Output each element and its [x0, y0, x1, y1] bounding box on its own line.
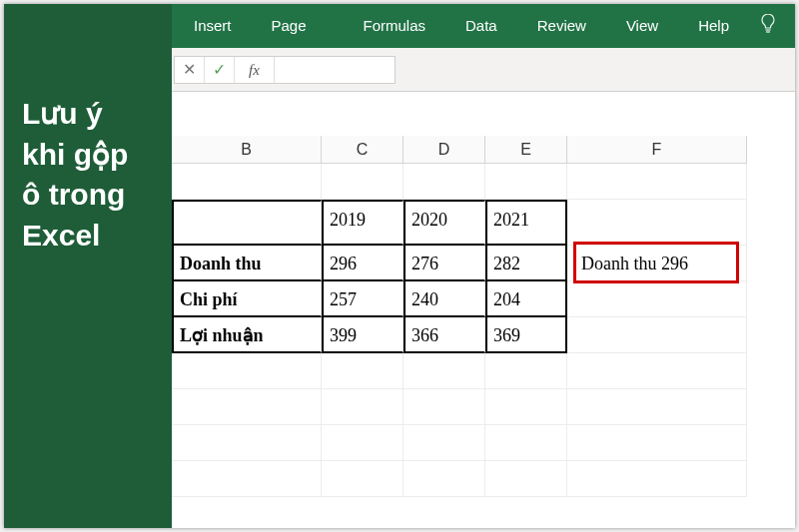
cell[interactable]: [485, 389, 567, 425]
side-overlay-text: Lưu ý khi gộp ô trong Excel: [22, 94, 154, 256]
cell[interactable]: [172, 425, 322, 461]
cell-year[interactable]: 2019: [322, 200, 403, 246]
col-header-d[interactable]: D: [403, 136, 485, 164]
cell[interactable]: [172, 461, 322, 497]
cell[interactable]: [567, 353, 747, 389]
cell-row-label[interactable]: Doanh thu: [172, 246, 322, 281]
cell[interactable]: [172, 164, 322, 200]
tab-formulas[interactable]: Formulas: [344, 4, 446, 48]
tab-view[interactable]: View: [606, 4, 678, 48]
cell-row-label[interactable]: Lợi nhuận: [172, 317, 322, 353]
cell[interactable]: [172, 353, 322, 389]
cell-row-label[interactable]: Chi phí: [172, 281, 322, 317]
fx-icon[interactable]: fx: [235, 57, 275, 83]
cell[interactable]: [403, 425, 485, 461]
side-overlay: Lưu ý khi gộp ô trong Excel: [4, 4, 172, 528]
cell[interactable]: [567, 200, 747, 246]
cell-value[interactable]: 204: [485, 281, 567, 317]
tell-me-icon[interactable]: [759, 13, 777, 40]
cell[interactable]: [403, 389, 485, 425]
cell[interactable]: [485, 164, 567, 200]
cell-value[interactable]: 296: [322, 246, 403, 281]
cell[interactable]: [322, 461, 403, 497]
cell-value[interactable]: 369: [485, 317, 567, 353]
cell[interactable]: [403, 461, 485, 497]
cell[interactable]: [485, 461, 567, 497]
cell[interactable]: [322, 425, 403, 461]
cell[interactable]: [485, 425, 567, 461]
formula-input[interactable]: [275, 57, 395, 83]
cell-value[interactable]: 276: [403, 246, 485, 281]
tab-help[interactable]: Help: [678, 4, 749, 48]
cell-label-blank[interactable]: [172, 200, 322, 246]
cell[interactable]: [567, 281, 747, 317]
cell[interactable]: [322, 164, 403, 200]
tab-page-layout[interactable]: Page Layout: [252, 4, 344, 48]
tab-review[interactable]: Review: [517, 4, 606, 48]
col-header-e[interactable]: E: [485, 136, 567, 164]
cell[interactable]: [172, 389, 322, 425]
cell-value[interactable]: 282: [485, 246, 567, 281]
col-header-c[interactable]: C: [322, 136, 403, 164]
cell-value[interactable]: 399: [322, 317, 403, 353]
enter-button[interactable]: ✓: [205, 57, 235, 83]
cell-merged-result[interactable]: Doanh thu 296: [567, 246, 747, 281]
cell[interactable]: [322, 353, 403, 389]
cell[interactable]: [567, 164, 747, 200]
cancel-button[interactable]: ✕: [175, 57, 205, 83]
cell[interactable]: [403, 353, 485, 389]
cell-value[interactable]: 366: [403, 317, 485, 353]
cell[interactable]: [567, 461, 747, 497]
col-header-b[interactable]: B: [172, 136, 322, 164]
tab-insert[interactable]: Insert: [174, 4, 252, 48]
cell[interactable]: [485, 353, 567, 389]
cell[interactable]: [567, 425, 747, 461]
formula-controls: ✕ ✓ fx: [174, 56, 396, 84]
cell[interactable]: [322, 389, 403, 425]
cell-year[interactable]: 2021: [485, 200, 567, 246]
cell[interactable]: [403, 164, 485, 200]
cell-year[interactable]: 2020: [403, 200, 485, 246]
tab-data[interactable]: Data: [445, 4, 517, 48]
cell-value[interactable]: 240: [403, 281, 485, 317]
cell-value[interactable]: 257: [322, 281, 403, 317]
cell[interactable]: [567, 389, 747, 425]
cell[interactable]: [567, 317, 747, 353]
col-header-f[interactable]: F: [567, 136, 747, 164]
